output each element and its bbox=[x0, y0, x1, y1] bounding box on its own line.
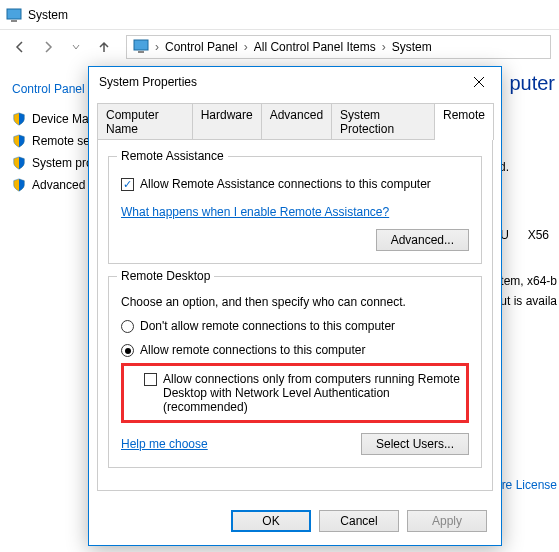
dialog-titlebar: System Properties bbox=[89, 67, 501, 97]
tab-remote[interactable]: Remote bbox=[434, 103, 494, 140]
remote-assistance-help-link[interactable]: What happens when I enable Remote Assist… bbox=[121, 205, 389, 219]
remote-assistance-group: Remote Assistance Allow Remote Assistanc… bbox=[108, 156, 482, 264]
nla-checkbox[interactable] bbox=[144, 373, 157, 386]
up-button[interactable] bbox=[92, 35, 116, 59]
select-users-button[interactable]: Select Users... bbox=[361, 433, 469, 455]
tab-panel-remote: Remote Assistance Allow Remote Assistanc… bbox=[97, 139, 493, 491]
tab-hardware[interactable]: Hardware bbox=[192, 103, 262, 140]
svg-rect-2 bbox=[134, 40, 148, 50]
help-me-choose-link[interactable]: Help me choose bbox=[121, 437, 208, 451]
breadcrumb-icon bbox=[131, 38, 151, 57]
tab-system-protection[interactable]: System Protection bbox=[331, 103, 435, 140]
nla-label: Allow connections only from computers ru… bbox=[163, 372, 460, 414]
bg-text: X56 bbox=[528, 228, 549, 242]
shield-icon bbox=[12, 178, 26, 192]
close-icon bbox=[473, 76, 485, 88]
remote-desktop-group: Remote Desktop Choose an option, and the… bbox=[108, 276, 482, 468]
breadcrumb-l2[interactable]: All Control Panel Items bbox=[252, 40, 378, 54]
explorer-titlebar: System bbox=[0, 0, 559, 30]
chevron-right-icon: › bbox=[380, 40, 388, 54]
tab-advanced[interactable]: Advanced bbox=[261, 103, 332, 140]
sidebar-item-label: System pro bbox=[32, 156, 93, 170]
remote-assistance-advanced-button[interactable]: Advanced... bbox=[376, 229, 469, 251]
chevron-right-icon: › bbox=[242, 40, 250, 54]
allow-remote-label: Allow remote connections to this compute… bbox=[140, 343, 365, 357]
explorer-navbar: › Control Panel › All Control Panel Item… bbox=[0, 30, 559, 64]
remote-assistance-legend: Remote Assistance bbox=[117, 149, 228, 163]
recent-dropdown[interactable] bbox=[64, 35, 88, 59]
system-properties-dialog: System Properties Computer Name Hardware… bbox=[88, 66, 502, 546]
sidebar-item-label: Remote se bbox=[32, 134, 90, 148]
dialog-title: System Properties bbox=[99, 75, 197, 89]
svg-rect-1 bbox=[11, 20, 17, 22]
bg-heading: puter bbox=[509, 72, 555, 95]
breadcrumb[interactable]: › Control Panel › All Control Panel Item… bbox=[126, 35, 551, 59]
dialog-button-row: OK Cancel Apply bbox=[89, 500, 501, 542]
dont-allow-label: Don't allow remote connections to this c… bbox=[140, 319, 395, 333]
remote-desktop-instruction: Choose an option, and then specify who c… bbox=[121, 295, 469, 309]
svg-rect-0 bbox=[7, 9, 21, 19]
nla-highlight-box: Allow connections only from computers ru… bbox=[121, 363, 469, 423]
apply-button[interactable]: Apply bbox=[407, 510, 487, 532]
shield-icon bbox=[12, 134, 26, 148]
shield-icon bbox=[12, 112, 26, 126]
shield-icon bbox=[12, 156, 26, 170]
bg-text: stem, x64-b bbox=[494, 274, 557, 288]
dont-allow-radio[interactable] bbox=[121, 320, 134, 333]
tab-strip: Computer Name Hardware Advanced System P… bbox=[89, 97, 501, 140]
back-button[interactable] bbox=[8, 35, 32, 59]
allow-remote-assistance-label: Allow Remote Assistance connections to t… bbox=[140, 177, 431, 191]
remote-desktop-legend: Remote Desktop bbox=[117, 269, 214, 283]
allow-remote-radio[interactable] bbox=[121, 344, 134, 357]
ok-button[interactable]: OK bbox=[231, 510, 311, 532]
chevron-right-icon: › bbox=[153, 40, 161, 54]
tab-computer-name[interactable]: Computer Name bbox=[97, 103, 193, 140]
svg-rect-3 bbox=[138, 51, 144, 53]
bg-license-link[interactable]: are License bbox=[495, 478, 557, 492]
sidebar-item-label: Device Ma bbox=[32, 112, 89, 126]
breadcrumb-l1[interactable]: Control Panel bbox=[163, 40, 240, 54]
window-title: System bbox=[28, 8, 68, 22]
breadcrumb-l3[interactable]: System bbox=[390, 40, 434, 54]
cancel-button[interactable]: Cancel bbox=[319, 510, 399, 532]
allow-remote-assistance-checkbox[interactable] bbox=[121, 178, 134, 191]
system-icon bbox=[6, 7, 22, 23]
close-button[interactable] bbox=[467, 70, 491, 94]
forward-button[interactable] bbox=[36, 35, 60, 59]
sidebar-item-label: Advanced bbox=[32, 178, 85, 192]
bg-text: ut is availa bbox=[500, 294, 557, 308]
